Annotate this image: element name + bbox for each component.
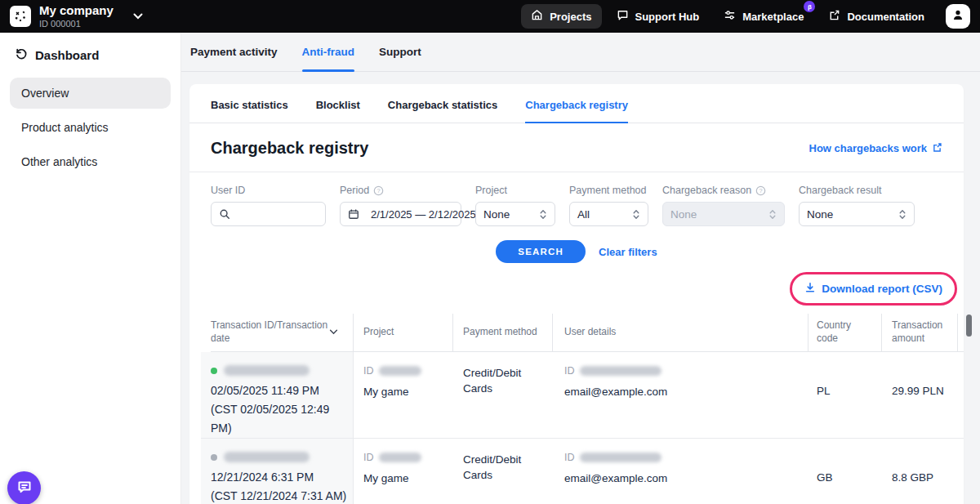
marketplace-beta-badge: β [804,1,815,12]
tab-payment-activity[interactable]: Payment activity [190,33,278,71]
sidebar-item-other-analytics[interactable]: Other analytics [10,146,171,177]
payment-method-select[interactable]: All [569,202,648,226]
redacted-project-id [379,453,421,462]
chargeback-result-select[interactable]: None [799,202,915,226]
cell-project: ID My game [354,439,453,504]
page-title: Chargeback registry [211,139,368,158]
filter-period: Period ? 2/1/2025 — 2/12/2025 [340,185,461,226]
filter-payment-method: Payment method All [569,185,648,226]
table-row[interactable]: 02/05/2025 11:49 PM (CST 02/05/2025 12:4… [201,352,964,439]
company-switcher-chevron-down-icon[interactable] [133,13,143,20]
card-tabs: Basic statistics Blocklist Chargeback st… [189,84,964,123]
status-dot-green [211,368,217,374]
redacted-user-id [580,453,662,462]
page-tabs: Payment activity Anti-fraud Support [181,33,980,72]
project-select[interactable]: None [475,202,555,226]
download-icon [804,282,816,296]
nav-marketplace-label: Marketplace [742,11,804,23]
sidebar-item-overview[interactable]: Overview [10,78,171,109]
sliders-icon [724,9,736,24]
payment-method: Credit/Debit Cards [463,452,548,483]
cell-user-details: ID email@example.com [553,352,808,438]
undo-arrow-icon [15,47,28,63]
cell-country-code: GB [808,439,882,504]
external-link-icon [828,9,840,24]
cell-payment-method: Credit/Debit Cards [453,352,553,438]
help-link-label: How chargebacks work [809,142,928,154]
project-name: My game [363,384,453,399]
help-question-icon[interactable]: ? [373,185,384,196]
user-avatar-button[interactable] [946,4,970,29]
search-icon [219,208,230,220]
project-label: Project [475,185,555,196]
sidebar-item-product-analytics[interactable]: Product analytics [10,112,171,143]
nav-projects[interactable]: Projects [521,4,601,29]
transaction-date: 02/05/2025 11:49 PM [211,381,353,400]
download-report-link[interactable]: Download report (CSV) [804,282,942,296]
status-dot-grey [211,454,217,461]
filter-bar: User ID Period ? [189,172,964,226]
company-name: My company [39,4,114,18]
chargeback-reason-label: Chargeback reason ? [662,185,785,196]
nav-marketplace[interactable]: Marketplace β [714,4,813,29]
transaction-date-cst: (CST 12/21/2024 7:31 AM) [211,487,353,504]
cell-payment-method: Credit/Debit Cards [453,439,553,504]
column-transaction-amount: Transaction amount [882,314,958,351]
company-logo[interactable] [10,6,31,27]
sidebar: Dashboard Overview Product analytics Oth… [0,33,181,504]
person-icon [951,8,964,25]
select-arrows-icon [539,209,547,220]
table-row[interactable]: 12/21/2024 6:31 PM (CST 12/21/2024 7:31 … [201,439,964,504]
tab-support[interactable]: Support [379,33,421,71]
payment-method: Credit/Debit Cards [463,365,548,396]
chargeback-registry-card: Basic statistics Blocklist Chargeback st… [189,84,964,504]
chargeback-result-label: Chargeback result [799,185,915,196]
user-email: email@example.com [564,384,808,399]
tab-anti-fraud[interactable]: Anti-fraud [302,33,355,71]
period-input[interactable]: 2/1/2025 — 2/12/2025 [340,202,461,226]
select-arrows-icon [632,209,640,220]
cell-country-code: PL [808,352,882,438]
redacted-transaction-id [224,452,310,462]
user-id-input[interactable] [211,202,326,226]
tab-blocklist[interactable]: Blocklist [316,99,360,123]
payment-method-value: All [577,208,590,221]
calendar-icon [348,208,359,220]
column-transaction-id-date[interactable]: Transaction ID/Transaction date [211,314,354,351]
clear-filters-link[interactable]: Clear filters [599,246,657,258]
chargeback-reason-select: None [662,202,785,226]
select-arrows-icon [898,209,906,220]
logo-glyph [13,9,28,24]
chargeback-result-value: None [807,208,833,221]
select-arrows-icon [768,209,777,220]
chat-widget-button[interactable] [7,471,41,504]
cell-transaction: 12/21/2024 6:31 PM (CST 12/21/2024 7:31 … [201,439,354,504]
cell-amount: 29.99 PLN [882,352,958,438]
cell-project: ID My game [354,352,453,438]
top-bar: My company ID 000001 Projects Support Hu… [0,0,980,33]
help-question-icon[interactable]: ? [755,185,766,196]
sort-chevron-down-icon[interactable] [329,329,338,335]
tab-basic-statistics[interactable]: Basic statistics [211,99,288,123]
redacted-transaction-id [224,365,310,376]
tab-chargeback-registry[interactable]: Chargeback registry [525,99,628,123]
search-button[interactable]: SEARCH [496,240,586,263]
external-link-icon [932,142,942,155]
scrollbar-thumb[interactable] [966,314,972,337]
tab-chargeback-statistics[interactable]: Chargeback statistics [388,99,497,123]
sidebar-back-dashboard[interactable]: Dashboard [10,47,171,63]
redacted-user-id [580,366,662,376]
nav-documentation[interactable]: Documentation [818,4,934,29]
how-chargebacks-work-link[interactable]: How chargebacks work [809,142,943,155]
svg-text:?: ? [760,187,763,194]
period-label: Period ? [340,185,461,196]
filter-project: Project None [475,185,555,226]
cell-user-details: ID email@example.com [553,439,808,504]
nav-support-hub[interactable]: Support Hub [607,4,710,29]
cell-transaction: 02/05/2025 11:49 PM (CST 02/05/2025 12:4… [201,352,354,438]
payment-method-label: Payment method [569,185,648,196]
company-id: ID 000001 [39,19,114,29]
table-header: Transaction ID/Transaction date Project … [211,314,964,352]
period-value: 2/1/2025 — 2/12/2025 [371,208,476,221]
nav-projects-label: Projects [550,11,591,23]
